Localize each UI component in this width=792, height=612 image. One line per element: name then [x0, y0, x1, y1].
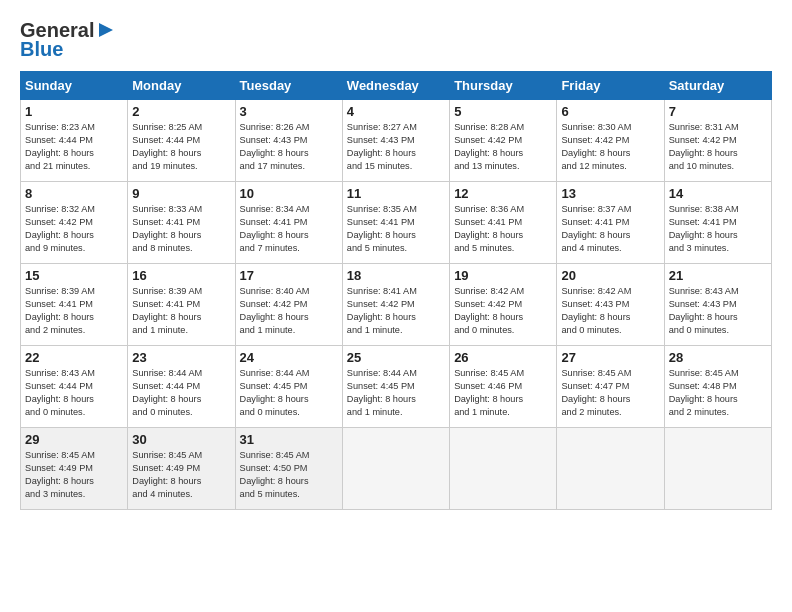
- cell-info: Sunrise: 8:41 AMSunset: 4:42 PMDaylight:…: [347, 285, 445, 337]
- calendar-cell: [450, 428, 557, 510]
- day-number: 16: [132, 268, 230, 283]
- calendar-cell: 21Sunrise: 8:43 AMSunset: 4:43 PMDayligh…: [664, 264, 771, 346]
- week-row-4: 22Sunrise: 8:43 AMSunset: 4:44 PMDayligh…: [21, 346, 772, 428]
- calendar-header-row: SundayMondayTuesdayWednesdayThursdayFrid…: [21, 72, 772, 100]
- cell-info: Sunrise: 8:36 AMSunset: 4:41 PMDaylight:…: [454, 203, 552, 255]
- day-number: 3: [240, 104, 338, 119]
- calendar-cell: 27Sunrise: 8:45 AMSunset: 4:47 PMDayligh…: [557, 346, 664, 428]
- day-number: 12: [454, 186, 552, 201]
- cell-info: Sunrise: 8:45 AMSunset: 4:49 PMDaylight:…: [132, 449, 230, 501]
- page: General Blue SundayMondayTuesdayWednesda…: [0, 0, 792, 612]
- cell-info: Sunrise: 8:38 AMSunset: 4:41 PMDaylight:…: [669, 203, 767, 255]
- column-header-friday: Friday: [557, 72, 664, 100]
- calendar-cell: 10Sunrise: 8:34 AMSunset: 4:41 PMDayligh…: [235, 182, 342, 264]
- day-number: 27: [561, 350, 659, 365]
- week-row-1: 1Sunrise: 8:23 AMSunset: 4:44 PMDaylight…: [21, 100, 772, 182]
- cell-info: Sunrise: 8:34 AMSunset: 4:41 PMDaylight:…: [240, 203, 338, 255]
- cell-info: Sunrise: 8:42 AMSunset: 4:42 PMDaylight:…: [454, 285, 552, 337]
- day-number: 20: [561, 268, 659, 283]
- cell-info: Sunrise: 8:30 AMSunset: 4:42 PMDaylight:…: [561, 121, 659, 173]
- day-number: 26: [454, 350, 552, 365]
- cell-info: Sunrise: 8:43 AMSunset: 4:44 PMDaylight:…: [25, 367, 123, 419]
- calendar-cell: 29Sunrise: 8:45 AMSunset: 4:49 PMDayligh…: [21, 428, 128, 510]
- column-header-wednesday: Wednesday: [342, 72, 449, 100]
- day-number: 2: [132, 104, 230, 119]
- cell-info: Sunrise: 8:28 AMSunset: 4:42 PMDaylight:…: [454, 121, 552, 173]
- cell-info: Sunrise: 8:25 AMSunset: 4:44 PMDaylight:…: [132, 121, 230, 173]
- day-number: 6: [561, 104, 659, 119]
- column-header-thursday: Thursday: [450, 72, 557, 100]
- calendar-cell: 30Sunrise: 8:45 AMSunset: 4:49 PMDayligh…: [128, 428, 235, 510]
- day-number: 15: [25, 268, 123, 283]
- day-number: 18: [347, 268, 445, 283]
- day-number: 1: [25, 104, 123, 119]
- calendar-cell: [664, 428, 771, 510]
- calendar-cell: 14Sunrise: 8:38 AMSunset: 4:41 PMDayligh…: [664, 182, 771, 264]
- cell-info: Sunrise: 8:31 AMSunset: 4:42 PMDaylight:…: [669, 121, 767, 173]
- calendar-cell: 7Sunrise: 8:31 AMSunset: 4:42 PMDaylight…: [664, 100, 771, 182]
- day-number: 24: [240, 350, 338, 365]
- cell-info: Sunrise: 8:45 AMSunset: 4:48 PMDaylight:…: [669, 367, 767, 419]
- column-header-tuesday: Tuesday: [235, 72, 342, 100]
- calendar-cell: 4Sunrise: 8:27 AMSunset: 4:43 PMDaylight…: [342, 100, 449, 182]
- calendar-cell: 26Sunrise: 8:45 AMSunset: 4:46 PMDayligh…: [450, 346, 557, 428]
- cell-info: Sunrise: 8:45 AMSunset: 4:49 PMDaylight:…: [25, 449, 123, 501]
- cell-info: Sunrise: 8:40 AMSunset: 4:42 PMDaylight:…: [240, 285, 338, 337]
- week-row-2: 8Sunrise: 8:32 AMSunset: 4:42 PMDaylight…: [21, 182, 772, 264]
- calendar-cell: 24Sunrise: 8:44 AMSunset: 4:45 PMDayligh…: [235, 346, 342, 428]
- cell-info: Sunrise: 8:43 AMSunset: 4:43 PMDaylight:…: [669, 285, 767, 337]
- cell-info: Sunrise: 8:37 AMSunset: 4:41 PMDaylight:…: [561, 203, 659, 255]
- calendar-cell: 3Sunrise: 8:26 AMSunset: 4:43 PMDaylight…: [235, 100, 342, 182]
- logo-arrow-icon: [97, 21, 115, 39]
- day-number: 28: [669, 350, 767, 365]
- cell-info: Sunrise: 8:39 AMSunset: 4:41 PMDaylight:…: [132, 285, 230, 337]
- day-number: 29: [25, 432, 123, 447]
- calendar-cell: 16Sunrise: 8:39 AMSunset: 4:41 PMDayligh…: [128, 264, 235, 346]
- calendar-cell: [557, 428, 664, 510]
- calendar-cell: 9Sunrise: 8:33 AMSunset: 4:41 PMDaylight…: [128, 182, 235, 264]
- day-number: 7: [669, 104, 767, 119]
- cell-info: Sunrise: 8:42 AMSunset: 4:43 PMDaylight:…: [561, 285, 659, 337]
- calendar-cell: 11Sunrise: 8:35 AMSunset: 4:41 PMDayligh…: [342, 182, 449, 264]
- cell-info: Sunrise: 8:39 AMSunset: 4:41 PMDaylight:…: [25, 285, 123, 337]
- calendar-cell: 25Sunrise: 8:44 AMSunset: 4:45 PMDayligh…: [342, 346, 449, 428]
- calendar-cell: 18Sunrise: 8:41 AMSunset: 4:42 PMDayligh…: [342, 264, 449, 346]
- calendar-cell: 23Sunrise: 8:44 AMSunset: 4:44 PMDayligh…: [128, 346, 235, 428]
- day-number: 4: [347, 104, 445, 119]
- calendar-cell: 17Sunrise: 8:40 AMSunset: 4:42 PMDayligh…: [235, 264, 342, 346]
- day-number: 11: [347, 186, 445, 201]
- calendar-cell: 6Sunrise: 8:30 AMSunset: 4:42 PMDaylight…: [557, 100, 664, 182]
- calendar-cell: 22Sunrise: 8:43 AMSunset: 4:44 PMDayligh…: [21, 346, 128, 428]
- column-header-monday: Monday: [128, 72, 235, 100]
- cell-info: Sunrise: 8:44 AMSunset: 4:45 PMDaylight:…: [240, 367, 338, 419]
- calendar-cell: 28Sunrise: 8:45 AMSunset: 4:48 PMDayligh…: [664, 346, 771, 428]
- calendar-cell: [342, 428, 449, 510]
- week-row-5: 29Sunrise: 8:45 AMSunset: 4:49 PMDayligh…: [21, 428, 772, 510]
- cell-info: Sunrise: 8:32 AMSunset: 4:42 PMDaylight:…: [25, 203, 123, 255]
- day-number: 9: [132, 186, 230, 201]
- day-number: 30: [132, 432, 230, 447]
- logo: General Blue: [20, 20, 115, 61]
- calendar-cell: 19Sunrise: 8:42 AMSunset: 4:42 PMDayligh…: [450, 264, 557, 346]
- day-number: 5: [454, 104, 552, 119]
- calendar-cell: 8Sunrise: 8:32 AMSunset: 4:42 PMDaylight…: [21, 182, 128, 264]
- cell-info: Sunrise: 8:45 AMSunset: 4:47 PMDaylight:…: [561, 367, 659, 419]
- day-number: 22: [25, 350, 123, 365]
- calendar-cell: 1Sunrise: 8:23 AMSunset: 4:44 PMDaylight…: [21, 100, 128, 182]
- calendar-cell: 5Sunrise: 8:28 AMSunset: 4:42 PMDaylight…: [450, 100, 557, 182]
- day-number: 8: [25, 186, 123, 201]
- calendar-cell: 15Sunrise: 8:39 AMSunset: 4:41 PMDayligh…: [21, 264, 128, 346]
- cell-info: Sunrise: 8:26 AMSunset: 4:43 PMDaylight:…: [240, 121, 338, 173]
- logo-blue: Blue: [20, 38, 63, 61]
- calendar-cell: 2Sunrise: 8:25 AMSunset: 4:44 PMDaylight…: [128, 100, 235, 182]
- day-number: 10: [240, 186, 338, 201]
- column-header-saturday: Saturday: [664, 72, 771, 100]
- cell-info: Sunrise: 8:27 AMSunset: 4:43 PMDaylight:…: [347, 121, 445, 173]
- column-header-sunday: Sunday: [21, 72, 128, 100]
- day-number: 17: [240, 268, 338, 283]
- day-number: 23: [132, 350, 230, 365]
- calendar-cell: 31Sunrise: 8:45 AMSunset: 4:50 PMDayligh…: [235, 428, 342, 510]
- day-number: 19: [454, 268, 552, 283]
- day-number: 21: [669, 268, 767, 283]
- day-number: 25: [347, 350, 445, 365]
